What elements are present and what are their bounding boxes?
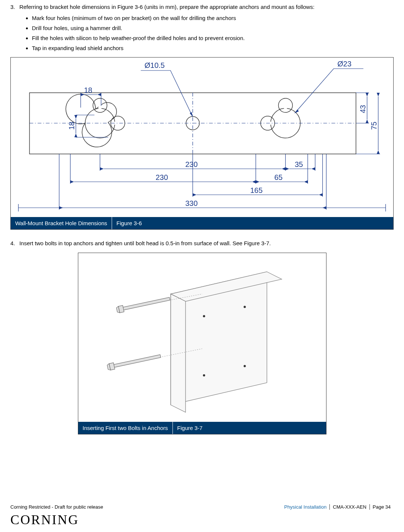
bullet-item: Tap in expanding lead shield anchors — [32, 44, 394, 52]
svg-marker-44 — [312, 167, 315, 170]
svg-marker-32 — [366, 119, 369, 123]
svg-marker-23 — [75, 115, 78, 119]
svg-marker-57 — [193, 193, 197, 196]
step-3-num: 3. — [10, 3, 18, 11]
figure-caption-text: Wall-Mount Bracket Hole Dimensions — [11, 217, 112, 229]
svg-marker-49 — [70, 180, 74, 183]
svg-point-69 — [203, 315, 205, 317]
svg-marker-50 — [252, 180, 256, 183]
svg-marker-63 — [323, 206, 326, 209]
svg-rect-77 — [113, 354, 160, 367]
bullet-item: Drill four holes, using a hammer drill. — [32, 24, 394, 32]
dim-w65: 65 — [275, 173, 283, 181]
svg-point-71 — [203, 374, 205, 376]
figure-3-6: Ø10.5 Ø23 18 18 43 — [10, 57, 394, 230]
page-footer: Corning Restricted - Draft for public re… — [10, 504, 394, 528]
figure-number: Figure 3-7 — [173, 422, 207, 434]
svg-marker-43 — [286, 167, 289, 170]
dim-w18: 18 — [84, 86, 92, 94]
svg-rect-73 — [122, 297, 170, 310]
dim-w230a: 230 — [185, 160, 198, 168]
svg-marker-52 — [256, 180, 260, 183]
svg-marker-41 — [282, 167, 286, 170]
dim-w165: 165 — [250, 186, 263, 194]
figure-3-6-diagram: Ø10.5 Ø23 18 18 43 — [11, 58, 393, 217]
dim-h18: 18 — [68, 122, 76, 130]
figure-number: Figure 3-6 — [112, 217, 146, 229]
corning-logo: CORNING — [10, 512, 394, 528]
dim-w35: 35 — [295, 160, 303, 168]
step-3: 3. Referring to bracket hole dimensions … — [10, 3, 394, 11]
step-3-bullets: Mark four holes (minimum of two on per b… — [32, 14, 394, 52]
svg-marker-31 — [366, 93, 369, 96]
figure-3-6-caption: Wall-Mount Bracket Hole Dimensions Figur… — [11, 217, 393, 229]
footer-doc: CMA-XXX-AEN — [329, 504, 369, 510]
svg-marker-53 — [304, 180, 308, 183]
footer-page: Page 34 — [369, 504, 394, 510]
svg-rect-11 — [284, 104, 287, 111]
svg-point-70 — [243, 306, 246, 308]
dim-h75: 75 — [370, 122, 378, 130]
dim-w330: 330 — [185, 199, 198, 207]
figure-3-7-diagram — [78, 253, 326, 422]
svg-marker-15 — [190, 112, 193, 117]
step-3-text: Referring to bracket hole dimensions in … — [19, 4, 314, 10]
step-4-text: Insert two bolts in top anchors and tigh… — [19, 240, 271, 246]
figure-3-7: Inserting First two Bolts in Anchors Fig… — [78, 253, 326, 434]
step-4-num: 4. — [10, 239, 18, 247]
svg-point-72 — [243, 365, 246, 367]
svg-marker-16 — [295, 109, 299, 113]
bullet-item: Mark four holes (minimum of two on per b… — [32, 14, 394, 22]
step-4: 4. Insert two bolts in top anchors and t… — [10, 239, 394, 247]
dim-d2: Ø23 — [338, 60, 352, 68]
footer-left: Corning Restricted - Draft for public re… — [10, 504, 103, 510]
dim-h43: 43 — [359, 105, 367, 113]
figure-3-7-caption: Inserting First two Bolts in Anchors Fig… — [78, 422, 326, 434]
svg-marker-34 — [377, 93, 380, 96]
bullet-item: Fill the holes with silicon to help weat… — [32, 34, 394, 42]
dim-d1: Ø10.5 — [145, 61, 165, 69]
svg-marker-68 — [171, 294, 185, 412]
svg-marker-19 — [98, 93, 101, 96]
svg-marker-62 — [59, 206, 63, 209]
footer-section: Physical Installation — [281, 504, 329, 510]
dim-w230b: 230 — [156, 173, 168, 181]
svg-marker-40 — [100, 167, 104, 170]
svg-marker-58 — [319, 193, 323, 196]
svg-marker-24 — [75, 134, 78, 137]
figure-caption-text: Inserting First two Bolts in Anchors — [78, 422, 173, 434]
svg-marker-35 — [377, 150, 380, 154]
